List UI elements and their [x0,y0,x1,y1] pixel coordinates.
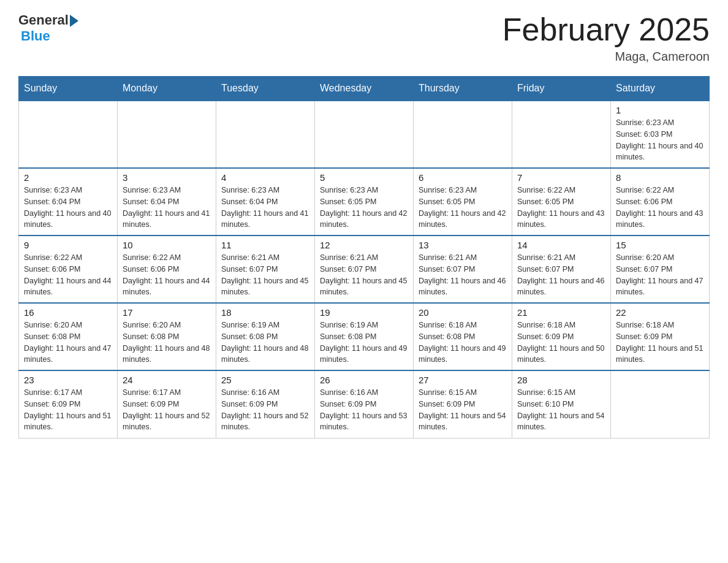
title-area: February 2025 Maga, Cameroon [502,12,710,64]
day-number: 8 [616,172,704,183]
day-header-sunday: Sunday [19,77,118,101]
calendar-header-row: SundayMondayTuesdayWednesdayThursdayFrid… [19,77,710,101]
logo: General Blue [18,12,78,44]
day-number: 5 [320,172,408,183]
calendar-cell: 24Sunrise: 6:17 AMSunset: 6:09 PMDayligh… [118,370,216,438]
day-number: 17 [123,307,211,318]
calendar-cell: 23Sunrise: 6:17 AMSunset: 6:09 PMDayligh… [19,370,118,438]
day-number: 21 [517,307,605,318]
day-number: 7 [517,172,605,183]
day-info: Sunrise: 6:19 AMSunset: 6:08 PMDaylight:… [221,320,309,366]
day-header-thursday: Thursday [414,77,512,101]
calendar-cell: 1Sunrise: 6:23 AMSunset: 6:03 PMDaylight… [611,101,710,168]
day-info: Sunrise: 6:18 AMSunset: 6:09 PMDaylight:… [616,320,704,366]
day-number: 10 [123,240,211,250]
day-info: Sunrise: 6:22 AMSunset: 6:06 PMDaylight:… [123,252,211,298]
week-row-2: 2Sunrise: 6:23 AMSunset: 6:04 PMDaylight… [19,168,710,236]
day-number: 28 [517,375,605,385]
day-info: Sunrise: 6:22 AMSunset: 6:06 PMDaylight:… [616,185,704,231]
day-number: 14 [517,240,605,250]
day-info: Sunrise: 6:23 AMSunset: 6:05 PMDaylight:… [419,185,507,231]
day-number: 15 [616,240,704,250]
calendar-cell: 7Sunrise: 6:22 AMSunset: 6:05 PMDaylight… [512,168,611,236]
calendar-cell: 16Sunrise: 6:20 AMSunset: 6:08 PMDayligh… [19,303,118,370]
calendar-cell: 12Sunrise: 6:21 AMSunset: 6:07 PMDayligh… [315,236,414,303]
day-info: Sunrise: 6:21 AMSunset: 6:07 PMDaylight:… [517,252,605,298]
calendar-cell: 14Sunrise: 6:21 AMSunset: 6:07 PMDayligh… [512,236,611,303]
calendar-cell [315,101,414,168]
day-info: Sunrise: 6:23 AMSunset: 6:04 PMDaylight:… [123,185,211,231]
calendar-cell: 4Sunrise: 6:23 AMSunset: 6:04 PMDaylight… [216,168,315,236]
week-row-3: 9Sunrise: 6:22 AMSunset: 6:06 PMDaylight… [19,236,710,303]
calendar-cell: 15Sunrise: 6:20 AMSunset: 6:07 PMDayligh… [611,236,710,303]
day-info: Sunrise: 6:19 AMSunset: 6:08 PMDaylight:… [320,320,408,366]
page-header: General Blue February 2025 Maga, Cameroo… [18,12,710,64]
day-info: Sunrise: 6:16 AMSunset: 6:09 PMDaylight:… [221,387,309,433]
day-info: Sunrise: 6:17 AMSunset: 6:09 PMDaylight:… [123,387,211,433]
calendar-cell: 6Sunrise: 6:23 AMSunset: 6:05 PMDaylight… [414,168,512,236]
day-header-friday: Friday [512,77,611,101]
day-header-tuesday: Tuesday [216,77,315,101]
day-number: 4 [221,172,309,183]
day-info: Sunrise: 6:18 AMSunset: 6:08 PMDaylight:… [419,320,507,366]
calendar-cell: 20Sunrise: 6:18 AMSunset: 6:08 PMDayligh… [414,303,512,370]
location-text: Maga, Cameroon [502,50,710,64]
week-row-5: 23Sunrise: 6:17 AMSunset: 6:09 PMDayligh… [19,370,710,438]
calendar-cell: 18Sunrise: 6:19 AMSunset: 6:08 PMDayligh… [216,303,315,370]
day-number: 1 [616,105,704,115]
day-info: Sunrise: 6:21 AMSunset: 6:07 PMDaylight:… [221,252,309,298]
calendar-cell: 5Sunrise: 6:23 AMSunset: 6:05 PMDaylight… [315,168,414,236]
day-info: Sunrise: 6:20 AMSunset: 6:08 PMDaylight:… [24,320,112,366]
day-number: 24 [123,375,211,385]
day-info: Sunrise: 6:23 AMSunset: 6:04 PMDaylight:… [24,185,112,231]
day-number: 16 [24,307,112,318]
calendar-cell: 27Sunrise: 6:15 AMSunset: 6:09 PMDayligh… [414,370,512,438]
day-number: 12 [320,240,408,250]
day-info: Sunrise: 6:17 AMSunset: 6:09 PMDaylight:… [24,387,112,433]
day-number: 20 [419,307,507,318]
day-number: 23 [24,375,112,385]
day-info: Sunrise: 6:23 AMSunset: 6:04 PMDaylight:… [221,185,309,231]
week-row-4: 16Sunrise: 6:20 AMSunset: 6:08 PMDayligh… [19,303,710,370]
month-title: February 2025 [502,12,710,47]
calendar-cell [216,101,315,168]
day-number: 11 [221,240,309,250]
calendar-cell: 3Sunrise: 6:23 AMSunset: 6:04 PMDaylight… [118,168,216,236]
calendar-cell: 9Sunrise: 6:22 AMSunset: 6:06 PMDaylight… [19,236,118,303]
day-info: Sunrise: 6:18 AMSunset: 6:09 PMDaylight:… [517,320,605,366]
calendar-cell: 10Sunrise: 6:22 AMSunset: 6:06 PMDayligh… [118,236,216,303]
calendar-cell: 28Sunrise: 6:15 AMSunset: 6:10 PMDayligh… [512,370,611,438]
day-number: 2 [24,172,112,183]
logo-arrow-icon [70,15,78,27]
day-header-monday: Monday [118,77,216,101]
day-info: Sunrise: 6:23 AMSunset: 6:05 PMDaylight:… [320,185,408,231]
calendar-cell: 26Sunrise: 6:16 AMSunset: 6:09 PMDayligh… [315,370,414,438]
day-info: Sunrise: 6:21 AMSunset: 6:07 PMDaylight:… [320,252,408,298]
day-number: 22 [616,307,704,318]
day-header-saturday: Saturday [611,77,710,101]
calendar-cell: 17Sunrise: 6:20 AMSunset: 6:08 PMDayligh… [118,303,216,370]
calendar-cell [414,101,512,168]
day-number: 26 [320,375,408,385]
calendar-cell: 11Sunrise: 6:21 AMSunset: 6:07 PMDayligh… [216,236,315,303]
calendar-cell: 22Sunrise: 6:18 AMSunset: 6:09 PMDayligh… [611,303,710,370]
calendar-cell: 8Sunrise: 6:22 AMSunset: 6:06 PMDaylight… [611,168,710,236]
logo-blue-text: Blue [21,28,50,44]
day-number: 19 [320,307,408,318]
day-info: Sunrise: 6:23 AMSunset: 6:03 PMDaylight:… [616,117,704,163]
day-info: Sunrise: 6:20 AMSunset: 6:07 PMDaylight:… [616,252,704,298]
day-info: Sunrise: 6:22 AMSunset: 6:05 PMDaylight:… [517,185,605,231]
day-info: Sunrise: 6:21 AMSunset: 6:07 PMDaylight:… [419,252,507,298]
week-row-1: 1Sunrise: 6:23 AMSunset: 6:03 PMDaylight… [19,101,710,168]
calendar-cell: 19Sunrise: 6:19 AMSunset: 6:08 PMDayligh… [315,303,414,370]
calendar-cell [611,370,710,438]
logo-general-text: General [18,12,69,28]
calendar-table: SundayMondayTuesdayWednesdayThursdayFrid… [18,76,710,439]
calendar-cell: 25Sunrise: 6:16 AMSunset: 6:09 PMDayligh… [216,370,315,438]
day-number: 13 [419,240,507,250]
day-info: Sunrise: 6:20 AMSunset: 6:08 PMDaylight:… [123,320,211,366]
calendar-cell [512,101,611,168]
day-number: 9 [24,240,112,250]
day-info: Sunrise: 6:15 AMSunset: 6:09 PMDaylight:… [419,387,507,433]
day-number: 18 [221,307,309,318]
